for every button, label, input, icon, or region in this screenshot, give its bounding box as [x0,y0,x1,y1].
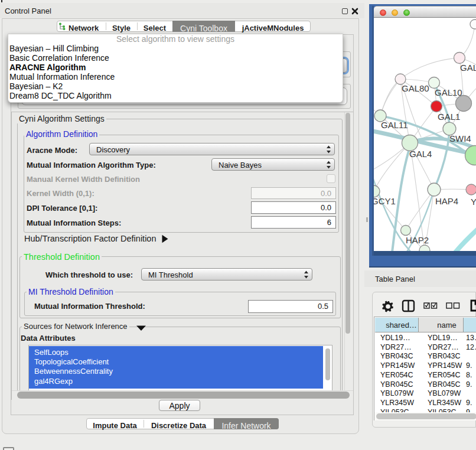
svg-text:HAP2: HAP2 [406,235,429,245]
svg-text:GAL80: GAL80 [402,83,429,93]
svg-text:GAL1: GAL1 [438,112,460,122]
svg-text:SWI4: SWI4 [449,133,471,144]
svg-text:GAL11: GAL11 [381,120,408,130]
svg-text:GCY1: GCY1 [374,196,396,206]
svg-text:GAL: GAL [460,63,476,73]
svg-text:GAL4: GAL4 [409,149,432,159]
svg-text:HAP4: HAP4 [435,196,458,206]
svg-text:GAL10: GAL10 [435,87,462,97]
svg-text:Y: Y [471,197,476,207]
